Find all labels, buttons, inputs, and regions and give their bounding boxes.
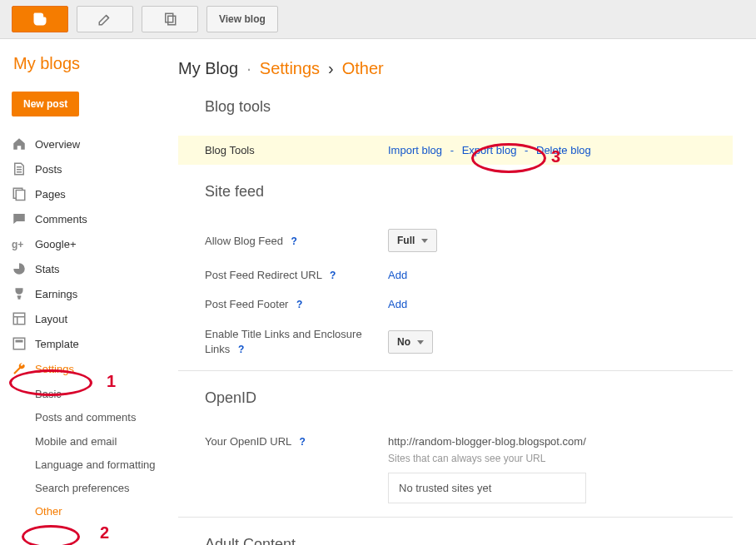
breadcrumb-section[interactable]: Settings — [260, 59, 320, 78]
post-feed-redirect-add[interactable]: Add — [388, 269, 407, 281]
post-feed-footer-row: Post Feed Footer ? Add — [178, 290, 733, 319]
title-links-select[interactable]: No — [388, 330, 433, 354]
blogger-logo-button[interactable] — [12, 6, 68, 32]
blog-tools-label: Blog Tools — [205, 144, 388, 156]
post-feed-redirect-row: Post Feed Redirect URL ? Add — [178, 260, 733, 290]
post-feed-footer-label: Post Feed Footer — [205, 298, 288, 310]
sidebar-item-googleplus[interactable]: g+ Google+ — [12, 231, 158, 256]
breadcrumb-sep-dot: · — [246, 59, 251, 78]
help-icon[interactable]: ? — [330, 270, 336, 281]
openid-url-label: Your OpenID URL — [205, 435, 291, 448]
allow-blog-feed-select[interactable]: Full — [388, 229, 437, 252]
allow-blog-feed-row: Allow Blog Feed ? Full — [178, 220, 733, 260]
section-title-openid: OpenID — [178, 371, 733, 419]
post-feed-footer-add[interactable]: Add — [388, 298, 407, 310]
svg-text:g+: g+ — [12, 239, 23, 250]
wrench-icon — [12, 361, 35, 376]
blog-tools-row: Blog Tools Import blog - Export blog - D… — [178, 136, 733, 165]
copy-icon — [162, 12, 177, 27]
section-title-adult: Adult Content — [178, 518, 733, 545]
help-icon[interactable]: ? — [238, 344, 244, 355]
help-icon[interactable]: ? — [296, 299, 302, 310]
breadcrumb: My Blog · Settings › Other — [178, 59, 733, 78]
sidebar-item-label: Comments — [35, 213, 87, 225]
section-title-site-feed: Site feed — [178, 165, 733, 212]
template-icon — [12, 336, 35, 351]
sidebar-item-settings[interactable]: Settings — [12, 356, 158, 381]
svg-rect-6 — [13, 338, 25, 349]
blogger-icon — [32, 11, 48, 27]
chevron-down-icon — [421, 239, 428, 243]
link-separator: - — [525, 144, 528, 156]
openid-row: Your OpenID URL ? http://random-blogger-… — [178, 427, 733, 512]
sidebar-item-label: Overview — [35, 138, 80, 151]
import-blog-link[interactable]: Import blog — [388, 144, 442, 156]
delete-blog-link[interactable]: Delete blog — [536, 144, 591, 156]
svg-rect-1 — [168, 16, 176, 25]
breadcrumb-page: Other — [342, 59, 384, 78]
sidebar-sub-search-prefs[interactable]: Search preferences — [35, 477, 158, 500]
sidebar-item-layout[interactable]: Layout — [12, 306, 158, 331]
sidebar-sub-other[interactable]: Other — [35, 500, 158, 523]
openid-url-value: http://random-blogger-blog.blogspot.com/ — [388, 435, 586, 448]
title-links-label: Enable Title Links and Enclosure Links — [205, 328, 362, 355]
sidebar-item-stats[interactable]: Stats — [12, 256, 158, 281]
allow-blog-feed-label: Allow Blog Feed — [205, 235, 283, 247]
sidebar-item-label: Google+ — [35, 238, 77, 250]
breadcrumb-blog: My Blog — [178, 59, 238, 78]
settings-submenu: Basic Posts and comments Mobile and emai… — [35, 383, 158, 524]
compose-button[interactable] — [77, 6, 133, 32]
link-separator: - — [450, 144, 454, 156]
help-icon[interactable]: ? — [299, 436, 305, 448]
help-icon[interactable]: ? — [291, 235, 297, 247]
svg-rect-3 — [16, 191, 25, 201]
pencil-icon — [97, 12, 112, 27]
pages-icon — [12, 186, 35, 201]
sidebar-item-overview[interactable]: Overview — [12, 131, 158, 156]
breadcrumb-sep-arrow: › — [328, 59, 334, 78]
posts-list-button[interactable] — [142, 6, 198, 32]
main-content: My Blog · Settings › Other Blog tools Bl… — [170, 39, 756, 545]
sidebar-item-label: Earnings — [35, 288, 77, 300]
title-links-row: Enable Title Links and Enclosure Links ?… — [178, 319, 733, 365]
export-blog-link[interactable]: Export blog — [462, 144, 517, 156]
sidebar-item-comments[interactable]: Comments — [12, 206, 158, 231]
sidebar-item-earnings[interactable]: Earnings — [12, 281, 158, 306]
post-feed-redirect-label: Post Feed Redirect URL — [205, 269, 321, 281]
sidebar-item-label: Template — [35, 338, 79, 350]
sidebar-item-posts[interactable]: Posts — [12, 156, 158, 181]
allow-blog-feed-value: Full — [397, 235, 415, 246]
top-toolbar: View blog — [0, 0, 756, 39]
sidebar-sub-basic[interactable]: Basic — [35, 383, 158, 406]
sidebar: My blogs New post Overview Posts Pages — [0, 39, 170, 545]
sidebar-item-label: Settings — [35, 363, 74, 375]
openid-caption: Sites that can always see your URL — [388, 453, 586, 464]
stats-icon — [12, 261, 35, 276]
my-blogs-heading[interactable]: My blogs — [13, 54, 158, 73]
sidebar-item-label: Stats — [35, 263, 60, 275]
trophy-icon — [12, 286, 35, 301]
title-links-value: No — [397, 336, 410, 348]
sidebar-item-label: Pages — [35, 188, 66, 201]
home-icon — [12, 136, 35, 151]
document-icon — [12, 161, 35, 176]
sidebar-sub-posts-comments[interactable]: Posts and comments — [35, 406, 158, 429]
sidebar-item-template[interactable]: Template — [12, 331, 158, 356]
trusted-sites-box: No trusted sites yet — [388, 473, 586, 503]
sidebar-sub-language[interactable]: Language and formatting — [35, 453, 158, 477]
layout-icon — [12, 311, 35, 326]
section-title-blog-tools: Blog tools — [178, 98, 733, 127]
sidebar-sub-mobile-email[interactable]: Mobile and email — [35, 430, 158, 453]
sidebar-item-pages[interactable]: Pages — [12, 181, 158, 206]
new-post-button[interactable]: New post — [12, 92, 79, 116]
svg-rect-7 — [16, 340, 23, 343]
view-blog-button[interactable]: View blog — [206, 6, 278, 32]
svg-rect-0 — [166, 13, 173, 22]
sidebar-item-label: Posts — [35, 163, 62, 176]
comment-icon — [12, 211, 35, 226]
svg-rect-5 — [13, 313, 25, 325]
sidebar-item-label: Layout — [35, 313, 67, 325]
chevron-down-icon — [417, 340, 424, 344]
google-plus-icon: g+ — [12, 236, 35, 251]
